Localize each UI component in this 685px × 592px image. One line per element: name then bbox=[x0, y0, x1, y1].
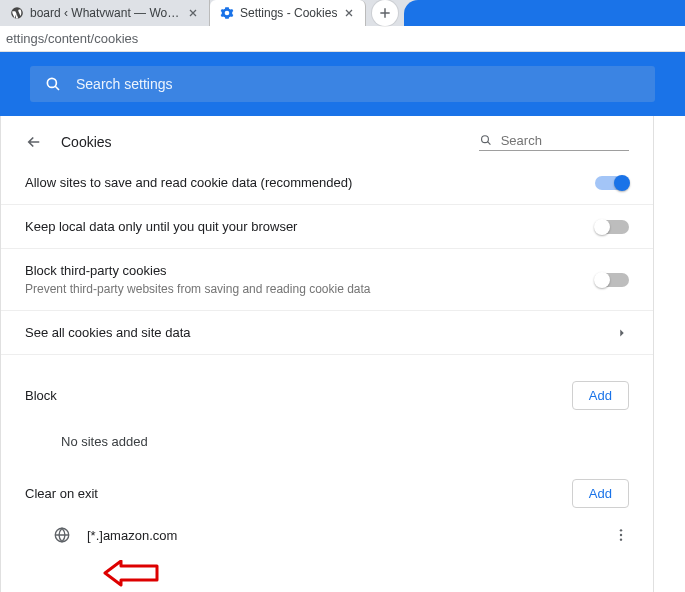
block-empty-text: No sites added bbox=[1, 418, 653, 459]
row-label: Keep local data only until you quit your… bbox=[25, 219, 297, 234]
row-label: Allow sites to save and read cookie data… bbox=[25, 175, 352, 190]
toggle-allow[interactable] bbox=[595, 176, 629, 190]
plus-icon bbox=[378, 6, 392, 20]
address-bar[interactable]: ettings/content/cookies bbox=[0, 26, 685, 52]
tab-title: board ‹ Whatvwant — Wor… bbox=[30, 6, 181, 20]
tab-strip-overflow bbox=[404, 0, 685, 26]
search-icon bbox=[44, 75, 62, 93]
tab-settings-cookies[interactable]: Settings - Cookies bbox=[210, 0, 366, 26]
settings-header bbox=[0, 52, 685, 116]
toggle-keep[interactable] bbox=[595, 220, 629, 234]
page-search-input[interactable] bbox=[501, 133, 629, 148]
site-name: [*.]amazon.com bbox=[87, 528, 177, 543]
chevron-right-icon bbox=[615, 326, 629, 340]
close-icon[interactable] bbox=[187, 7, 199, 19]
row-label: See all cookies and site data bbox=[25, 325, 191, 340]
wordpress-icon bbox=[10, 6, 24, 20]
add-clear-button[interactable]: Add bbox=[572, 479, 629, 508]
search-icon bbox=[479, 132, 493, 148]
search-settings-input[interactable] bbox=[76, 76, 641, 92]
close-icon[interactable] bbox=[343, 7, 355, 19]
settings-content: Cookies Allow sites to save and read coo… bbox=[0, 116, 654, 592]
row-sublabel: Prevent third-party websites from saving… bbox=[25, 282, 371, 296]
row-allow-cookies[interactable]: Allow sites to save and read cookie data… bbox=[1, 161, 653, 205]
add-block-button[interactable]: Add bbox=[572, 381, 629, 410]
row-label: Block third-party cookies bbox=[25, 263, 371, 278]
gear-icon bbox=[220, 6, 234, 20]
section-block: Block Add bbox=[1, 355, 653, 418]
more-vert-icon[interactable] bbox=[613, 527, 629, 543]
tab-title: Settings - Cookies bbox=[240, 6, 337, 20]
address-text: ettings/content/cookies bbox=[6, 31, 138, 46]
page-header: Cookies bbox=[1, 116, 653, 161]
annotation-arrow-clear bbox=[103, 560, 159, 591]
svg-point-2 bbox=[482, 136, 489, 143]
site-row-amazon[interactable]: [*.]amazon.com bbox=[1, 516, 653, 554]
section-clear-on-exit: Clear on exit Add bbox=[1, 459, 653, 516]
svg-point-4 bbox=[620, 529, 622, 531]
svg-point-6 bbox=[620, 538, 622, 540]
page-title: Cookies bbox=[61, 134, 112, 150]
section-label: Clear on exit bbox=[25, 486, 98, 501]
search-settings-box[interactable] bbox=[30, 66, 655, 102]
back-arrow-icon[interactable] bbox=[25, 133, 43, 151]
svg-point-1 bbox=[47, 78, 56, 87]
toggle-block-third[interactable] bbox=[595, 273, 629, 287]
tab-strip: board ‹ Whatvwant — Wor… Settings - Cook… bbox=[0, 0, 685, 26]
new-tab-button[interactable] bbox=[372, 0, 398, 26]
row-see-all-cookies[interactable]: See all cookies and site data bbox=[1, 311, 653, 355]
page-search-box[interactable] bbox=[479, 132, 629, 151]
globe-icon bbox=[53, 526, 71, 544]
svg-point-5 bbox=[620, 534, 622, 536]
section-label: Block bbox=[25, 388, 57, 403]
tab-whatvwant[interactable]: board ‹ Whatvwant — Wor… bbox=[0, 0, 210, 26]
row-keep-local[interactable]: Keep local data only until you quit your… bbox=[1, 205, 653, 249]
row-block-third-party[interactable]: Block third-party cookies Prevent third-… bbox=[1, 249, 653, 311]
